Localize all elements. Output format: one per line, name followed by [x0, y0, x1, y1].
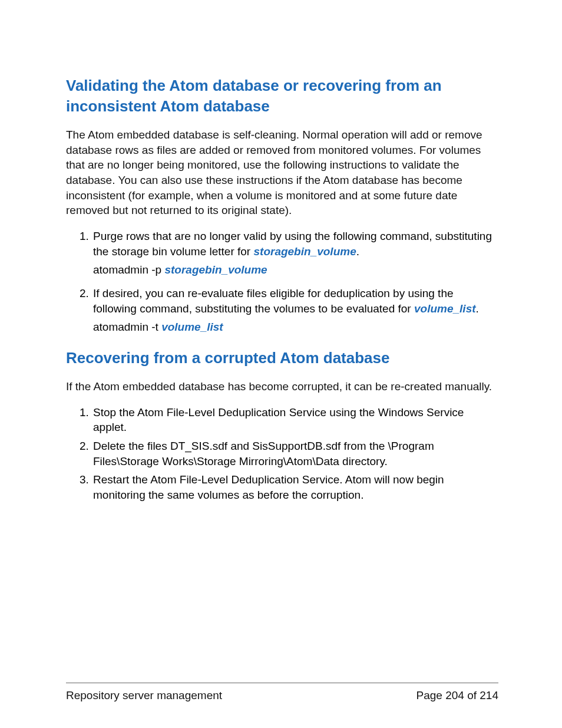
- section1-intro: The Atom embedded database is self-clean…: [66, 127, 498, 218]
- section2-intro: If the Atom embedded database has become…: [66, 379, 498, 394]
- section1-steps: Purge rows that are no longer valid by u…: [66, 229, 498, 335]
- cmd2-param: volume_list: [161, 321, 223, 333]
- footer-row: Repository server management Page 204 of…: [66, 689, 498, 702]
- document-page: Validating the Atom database or recoveri…: [0, 0, 562, 728]
- section2-step3: Restart the Atom File-Level Deduplicatio…: [92, 472, 498, 502]
- section2-steps: Stop the Atom File-Level Deduplication S…: [66, 405, 498, 503]
- section1-step2: If desired, you can re-evaluate files el…: [92, 286, 498, 335]
- cmd1-param: storagebin_volume: [164, 263, 267, 276]
- cmd1-pre: atomadmin -p: [93, 263, 164, 276]
- footer-right: Page 204 of 214: [416, 689, 498, 702]
- page-footer: Repository server management Page 204 of…: [66, 683, 498, 702]
- cmd2-pre: atomadmin -t: [93, 321, 161, 333]
- section2-step1: Stop the Atom File-Level Deduplication S…: [92, 405, 498, 435]
- section1-step1: Purge rows that are no longer valid by u…: [92, 229, 498, 278]
- footer-rule: [66, 683, 498, 683]
- command-1: atomadmin -p storagebin_volume: [93, 262, 498, 278]
- step1-param: storagebin_volume: [253, 245, 356, 258]
- footer-left: Repository server management: [66, 689, 222, 702]
- step2-pre: If desired, you can re-evaluate files el…: [93, 287, 454, 315]
- section2-heading: Recovering from a corrupted Atom databas…: [66, 348, 498, 368]
- step2-param: volume_list: [414, 302, 476, 315]
- section2-step2: Delete the files DT_SIS.sdf and SisSuppo…: [92, 439, 498, 469]
- step1-post: .: [356, 245, 359, 258]
- section1-heading: Validating the Atom database or recoveri…: [66, 75, 498, 117]
- command-2: atomadmin -t volume_list: [93, 319, 498, 335]
- step2-post: .: [476, 302, 479, 315]
